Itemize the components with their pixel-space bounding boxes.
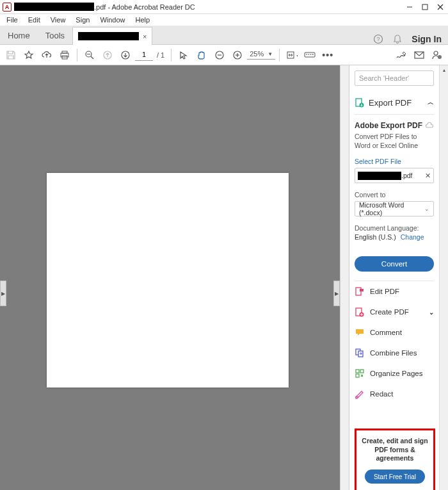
menu-sign[interactable]: Sign — [72, 16, 93, 24]
tool-label: Create PDF — [370, 308, 409, 316]
start-free-trial-button[interactable]: Start Free Trial — [365, 470, 425, 484]
page-total-label: / 1 — [154, 51, 167, 59]
cloud-upload-icon — [41, 50, 52, 60]
menu-view[interactable]: View — [47, 16, 70, 24]
chevron-up-icon: ︿ — [428, 98, 434, 107]
page-up-button[interactable] — [99, 47, 116, 63]
select-pdf-link[interactable]: Select PDF File — [355, 158, 434, 165]
tab-filename-redacted — [78, 32, 139, 40]
cloud-button[interactable] — [38, 47, 55, 63]
close-window-button[interactable] — [433, 0, 448, 14]
page-number-input[interactable] — [135, 49, 153, 61]
maximize-button[interactable] — [417, 0, 433, 14]
svg-rect-39 — [356, 374, 359, 377]
left-panel-expand-handle[interactable]: ▶ — [0, 281, 6, 306]
tool-combine-files[interactable]: Combine Files — [355, 343, 434, 363]
format-select[interactable]: Microsoft Word (*.docx) ⌄ — [355, 201, 434, 216]
tools-panel: Search 'Header' Export PDF ︿ Adobe Expor… — [349, 65, 448, 490]
tool-comment[interactable]: Comment — [355, 322, 434, 343]
file-extension: .pdf — [401, 172, 413, 179]
svg-point-28 — [438, 55, 442, 59]
document-viewport[interactable]: ▶ ▶ — [0, 65, 340, 490]
svg-text:▼: ▼ — [296, 54, 298, 58]
star-button[interactable] — [20, 47, 37, 63]
hand-tool-button[interactable] — [193, 47, 210, 63]
svg-rect-38 — [360, 370, 364, 373]
menu-window[interactable]: Window — [96, 16, 129, 24]
more-tools-button[interactable]: ••• — [319, 47, 336, 63]
tool-create-pdf[interactable]: Create PDF ⌄ — [355, 302, 434, 322]
change-language-link[interactable]: Change — [401, 233, 424, 241]
menu-file[interactable]: File — [3, 16, 22, 24]
scroll-up-arrow[interactable]: ▴ — [440, 65, 448, 74]
print-icon — [60, 50, 70, 60]
page-down-button[interactable] — [117, 47, 134, 63]
tab-home[interactable]: Home — [0, 26, 38, 44]
comment-icon — [355, 327, 365, 338]
zoom-selector[interactable]: 25%▼ — [247, 50, 275, 60]
document-scrollbar[interactable] — [340, 65, 349, 490]
tab-tools-label: Tools — [45, 31, 65, 40]
filename-redacted — [14, 3, 94, 11]
menu-help[interactable]: Help — [132, 16, 154, 24]
selected-file-chip: .pdf ✕ — [355, 168, 434, 183]
minus-circle-icon — [214, 50, 225, 60]
convert-button-label: Convert — [381, 260, 407, 268]
minimize-button[interactable] — [402, 0, 417, 14]
tool-organize-pages[interactable]: Organize Pages — [355, 363, 434, 384]
promo-text: Create, edit and sign PDF forms & agreem… — [360, 437, 429, 463]
right-panel-collapse-handle[interactable]: ▶ — [333, 281, 340, 306]
selection-tool-button[interactable] — [175, 47, 192, 63]
export-pdf-icon — [355, 97, 365, 108]
window-titlebar: A .pdf - Adobe Acrobat Reader DC — [0, 0, 448, 14]
notifications-button[interactable] — [392, 34, 403, 44]
sign-in-link[interactable]: Sign In — [412, 34, 442, 44]
help-button[interactable]: ? — [373, 34, 383, 44]
trial-button-label: Start Free Trial — [374, 473, 416, 480]
search-placeholder: Search 'Header' — [359, 74, 409, 82]
remove-file-button[interactable]: ✕ — [425, 172, 431, 180]
document-language-value: English (U.S.) — [355, 233, 396, 241]
sign-tool-button[interactable] — [393, 47, 410, 63]
svg-rect-32 — [360, 289, 364, 291]
convert-button[interactable]: Convert — [355, 256, 434, 272]
zoom-plus-button[interactable] — [229, 47, 246, 63]
pdf-page — [47, 173, 289, 388]
create-pdf-icon — [355, 307, 365, 317]
save-icon — [6, 50, 16, 60]
share-email-button[interactable] — [411, 47, 428, 63]
tools-search-input[interactable]: Search 'Header' — [355, 70, 434, 86]
document-language-label: Document Language: — [355, 224, 434, 232]
tab-document[interactable]: × — [72, 27, 152, 45]
star-icon — [24, 50, 34, 60]
svg-line-10 — [91, 56, 93, 59]
tool-label: Comment — [370, 329, 402, 336]
read-mode-button[interactable] — [301, 47, 318, 63]
tool-label: Redact — [370, 390, 393, 398]
tab-close-button[interactable]: × — [143, 33, 147, 40]
convert-to-label: Convert to — [355, 191, 434, 199]
print-button[interactable] — [56, 47, 73, 63]
tool-edit-pdf[interactable]: Edit PDF — [355, 281, 434, 302]
account-button[interactable] — [429, 47, 445, 63]
tab-tools[interactable]: Tools — [38, 26, 72, 44]
format-value: Microsoft Word (*.docx) — [359, 201, 424, 216]
maximize-icon — [422, 4, 428, 10]
tool-redact[interactable]: Redact — [355, 384, 434, 404]
promo-box: Create, edit and sign PDF forms & agreem… — [355, 429, 435, 490]
chevron-down-icon: ⌄ — [429, 309, 434, 316]
app-icon: A — [3, 3, 12, 12]
panel-scrollbar[interactable]: ▴ ▾ — [439, 65, 448, 490]
fit-width-button[interactable]: ▼ — [284, 47, 300, 63]
fit-width-icon: ▼ — [286, 50, 298, 60]
scroll-down-arrow[interactable]: ▾ — [440, 487, 448, 490]
save-button[interactable] — [3, 47, 19, 63]
user-icon — [431, 50, 443, 60]
menu-edit[interactable]: Edit — [24, 16, 44, 24]
zoom-minus-button[interactable] — [211, 47, 228, 63]
help-icon: ? — [373, 34, 383, 44]
tool-label: Combine Files — [370, 349, 417, 357]
export-pdf-section-header[interactable]: Export PDF ︿ — [355, 95, 434, 110]
zoom-out-button[interactable] — [81, 47, 98, 63]
minimize-icon — [406, 4, 413, 10]
